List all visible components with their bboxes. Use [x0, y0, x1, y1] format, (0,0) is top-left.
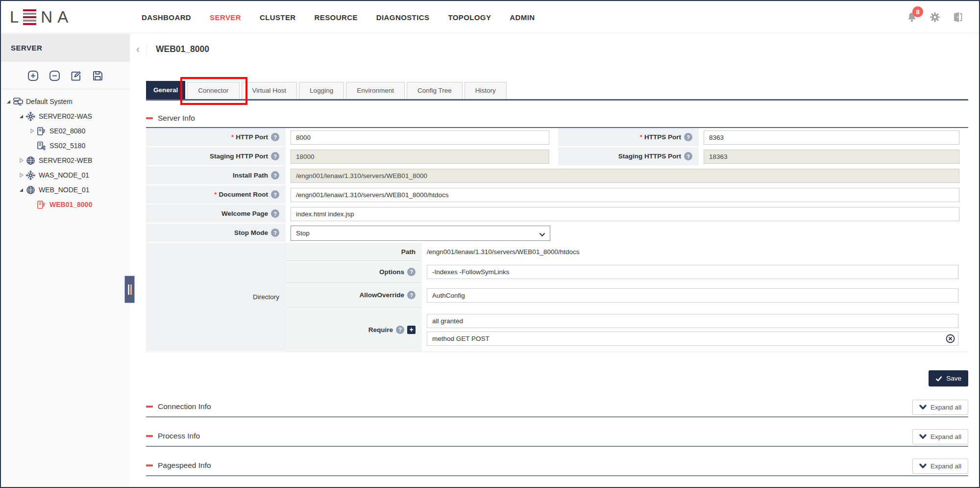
globe-icon: [25, 185, 36, 195]
page-title: WEB01_8000: [147, 44, 209, 54]
remove-require-icon[interactable]: [946, 334, 955, 345]
nav-resource[interactable]: RESOURCE: [315, 13, 358, 22]
bell-icon[interactable]: 8: [906, 11, 918, 24]
label-staging-https-port: Staging HTTPS Port ?: [558, 147, 699, 166]
path-value: /engn001/lenaw/1.310/servers/WEB01_8000/…: [422, 243, 968, 261]
help-icon[interactable]: ?: [684, 152, 692, 160]
expand-all-connection-button[interactable]: Expand all: [912, 400, 968, 415]
section-process-info: Process Info Expand all: [146, 424, 968, 447]
options-input[interactable]: [427, 265, 958, 279]
tree-item-was-node-01[interactable]: WAS_NODE_01: [1, 168, 130, 182]
tree-item-label: WAS_NODE_01: [39, 171, 89, 179]
save-button[interactable]: Save: [929, 370, 968, 386]
tree-item-label: WEB_NODE_01: [39, 186, 89, 194]
required-asterisk: *: [640, 133, 642, 141]
expander-open-icon[interactable]: [18, 188, 25, 192]
nav-topology[interactable]: TOPOLOGY: [448, 13, 491, 22]
breadcrumb: ‹ WEB01_8000: [130, 34, 979, 65]
tab-history[interactable]: History: [465, 82, 507, 99]
logout-door-icon[interactable]: [952, 11, 964, 24]
logo-letter-n: N: [41, 8, 53, 26]
expander-open-icon[interactable]: [18, 115, 25, 118]
tab-connector[interactable]: Connector: [187, 82, 239, 99]
tab-environment[interactable]: Environment: [346, 82, 405, 99]
label-directory: Directory: [146, 243, 286, 352]
lena-logo[interactable]: L N A: [10, 7, 69, 27]
staging-http-port-input: [291, 150, 549, 164]
add-require-button[interactable]: +: [407, 326, 416, 334]
label-stop-mode: Stop Mode ?: [146, 224, 286, 243]
http-port-input[interactable]: [291, 130, 549, 145]
section-dash-icon: [146, 117, 153, 119]
tree-item-server02-web[interactable]: SERVER02-WEB: [1, 153, 130, 168]
tab-virtual-host[interactable]: Virtual Host: [242, 82, 297, 99]
help-icon[interactable]: ?: [271, 229, 279, 237]
require-input-2[interactable]: [427, 332, 958, 346]
help-icon[interactable]: ?: [271, 171, 279, 180]
allowoverride-input[interactable]: [427, 288, 958, 303]
system-icon: [12, 97, 24, 106]
nav-diagnostics[interactable]: DIAGNOSTICS: [376, 13, 430, 22]
install-path-input: [291, 169, 959, 183]
label-require: Require ? +: [286, 308, 422, 352]
expand-all-pagespeed-button[interactable]: Expand all: [912, 459, 968, 474]
expand-all-process-button[interactable]: Expand all: [912, 429, 968, 444]
panel-resize-handle[interactable]: [124, 276, 135, 303]
section-connection-info: Connection Info Expand all: [146, 394, 968, 417]
section-server-info: Server Info: [146, 114, 968, 123]
server-tree-panel: SERVER Default System: [1, 34, 130, 487]
tab-general[interactable]: General: [146, 81, 185, 99]
help-icon[interactable]: ?: [271, 190, 279, 199]
tree-item-label: SS02_5180: [49, 142, 85, 150]
tree-item-ss02-5180[interactable]: SS02_5180: [1, 138, 130, 153]
edit-icon[interactable]: [71, 70, 82, 81]
section-dash-icon: [146, 464, 153, 466]
help-icon[interactable]: ?: [271, 209, 279, 218]
tree-item-default-system[interactable]: Default System: [1, 94, 130, 109]
document-root-input[interactable]: [291, 188, 959, 202]
expander-open-icon[interactable]: [5, 100, 12, 103]
section-title: Server Info: [158, 114, 195, 123]
tree-item-web01-8000[interactable]: WEB01_8000: [1, 197, 130, 212]
server-icon: [36, 127, 47, 136]
server-icon-selected: [36, 200, 47, 209]
tab-logging[interactable]: Logging: [299, 82, 344, 99]
add-icon[interactable]: [27, 70, 39, 81]
tab-config-tree[interactable]: Config Tree: [407, 82, 463, 99]
tree-item-se02-8080[interactable]: SE02_8080: [1, 124, 130, 138]
section-dash-icon: [146, 435, 153, 437]
required-asterisk: *: [231, 133, 234, 141]
tree-item-label: SE02_8080: [49, 127, 85, 135]
help-icon[interactable]: ?: [271, 152, 279, 160]
nav-server[interactable]: SERVER: [210, 13, 241, 22]
nav-dashboard[interactable]: DASHBOARD: [142, 13, 191, 22]
cluster-icon: [25, 171, 36, 180]
expander-closed-icon[interactable]: [28, 128, 36, 133]
expander-closed-icon[interactable]: [18, 158, 25, 163]
stop-mode-select[interactable]: Stop: [291, 226, 550, 241]
require-input-1[interactable]: [427, 314, 958, 328]
tree-item-label: Default System: [26, 98, 73, 105]
help-icon[interactable]: ?: [407, 291, 416, 299]
welcome-page-input[interactable]: [291, 207, 959, 221]
help-icon[interactable]: ?: [407, 268, 416, 276]
collapse-panel-chevron[interactable]: ‹: [130, 42, 147, 57]
help-icon[interactable]: ?: [396, 326, 404, 334]
server-info-form: * HTTP Port ? * HTTPS Port ? Staging HTT…: [146, 127, 968, 352]
label-document-root: * Document Root ?: [146, 185, 286, 205]
tree-item-web-node-01[interactable]: WEB_NODE_01: [1, 182, 130, 197]
tree-item-server02-was[interactable]: SERVER02-WAS: [1, 109, 130, 124]
save-icon[interactable]: [92, 70, 103, 81]
help-icon[interactable]: ?: [271, 133, 279, 141]
nav-admin[interactable]: ADMIN: [510, 13, 535, 22]
required-asterisk: *: [214, 191, 217, 198]
tab-bar: General Connector Virtual Host Logging E…: [146, 81, 968, 101]
nav-cluster[interactable]: CLUSTER: [260, 13, 296, 22]
cluster-icon: [25, 112, 36, 121]
https-port-input[interactable]: [704, 130, 959, 145]
remove-icon[interactable]: [49, 70, 60, 81]
gear-icon[interactable]: [929, 11, 941, 24]
expander-closed-icon[interactable]: [18, 173, 25, 178]
help-icon[interactable]: ?: [684, 133, 692, 141]
top-bar: L N A DASHBOARD SERVER CLUSTER RESOURCE …: [1, 1, 979, 33]
